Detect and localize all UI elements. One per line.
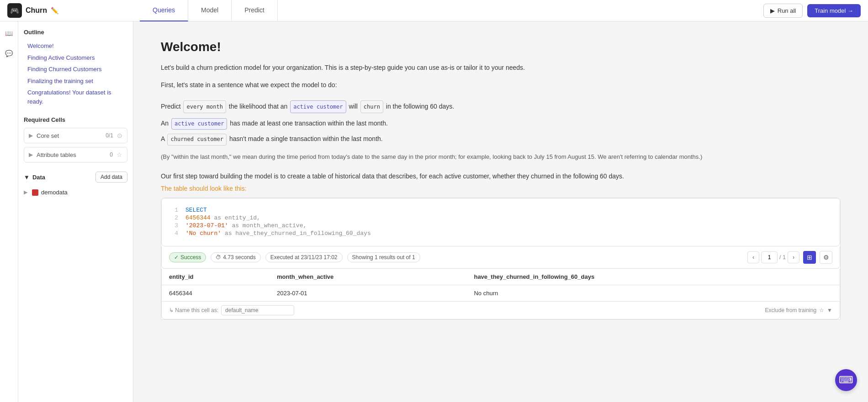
- code-line-4: 4 'No churn' as have_they_churned_in_fol…: [171, 230, 831, 237]
- line-num-2: 2: [171, 214, 178, 221]
- cell-name-area: ↳ Name this cell as:: [169, 305, 294, 315]
- grid-view-button[interactable]: ⊞: [803, 251, 816, 264]
- tab-predict[interactable]: Predict: [232, 0, 278, 21]
- demodata-label: demodata: [41, 189, 68, 196]
- pagination-area: ‹ / 1 › ⊞ ⚙: [747, 251, 832, 264]
- results-bar: ✓ Success ⏱ 4.73 seconds Executed at 23/…: [161, 246, 840, 269]
- demodata-item[interactable]: ▶ demodata: [24, 187, 127, 198]
- topbar: 🎮 Churn ✏️ Queries Model Predict ▶ Run a…: [0, 0, 868, 21]
- code-select: SELECT: [185, 207, 207, 214]
- body-layout: 📖 💬 Outline Welcome! Finding Active Cust…: [0, 21, 868, 402]
- attribute-tables-count: 0: [110, 151, 113, 158]
- outline-title: Outline: [24, 29, 127, 36]
- exclude-chevron-icon[interactable]: ▼: [827, 307, 832, 313]
- time-badge: ⏱ 4.73 seconds: [211, 252, 260, 262]
- churned-customer-badge: churned customer: [167, 134, 227, 146]
- success-badge: ✓ Success: [169, 252, 206, 262]
- demodata-icon: [32, 189, 38, 196]
- sidebar-item-congratulations[interactable]: Congratulations! Your dataset is ready.: [24, 87, 127, 107]
- table-body: 6456344 2023-07-01 No churn: [162, 285, 840, 301]
- attribute-tables-label: Attribute tables: [37, 151, 106, 158]
- code-date: '2023-07-01': [185, 222, 228, 229]
- active-customer-definition: An active customer has made at least one…: [161, 118, 841, 130]
- topbar-left: 🎮 Churn ✏️: [7, 3, 140, 18]
- edit-title-icon[interactable]: ✏️: [51, 7, 58, 14]
- core-set-card[interactable]: ▶ Core set 0/1 ⊙: [24, 128, 127, 143]
- app-title: Churn: [26, 6, 47, 15]
- line-num-1: 1: [171, 207, 178, 214]
- run-icon: ▶: [770, 7, 775, 14]
- page-prev-button[interactable]: ‹: [747, 251, 759, 263]
- code-churn-val: 'No churn': [185, 230, 221, 237]
- tab-queries[interactable]: Queries: [140, 0, 188, 21]
- attribute-tables-card[interactable]: ▶ Attribute tables 0 ☆: [24, 147, 127, 162]
- code-churn-alias: as have_they_churned_in_following_60_day…: [225, 230, 371, 237]
- cell-churned: No churn: [466, 285, 840, 301]
- page-input[interactable]: [761, 251, 778, 263]
- col-header-churned: have_they_churned_in_following_60_days: [466, 269, 840, 285]
- demodata-chevron-icon: ▶: [24, 189, 27, 195]
- code-block: 1 SELECT 2 6456344 as entity_id, 3 '2023…: [161, 198, 841, 320]
- settings-view-button[interactable]: ⚙: [820, 251, 832, 264]
- exclude-star-icon[interactable]: ☆: [819, 307, 824, 313]
- attribute-star-icon: ☆: [116, 151, 122, 158]
- fab-button[interactable]: ⌨: [835, 369, 857, 391]
- table-row: 6456344 2023-07-01 No churn: [162, 285, 840, 301]
- main-content: Welcome! Let's build a churn prediction …: [133, 21, 868, 402]
- page-total: 1: [783, 254, 786, 261]
- table-intro-text: The table should look like this:: [161, 185, 841, 192]
- code-content: 1 SELECT 2 6456344 as entity_id, 3 '2023…: [161, 198, 840, 246]
- icon-bar-chat[interactable]: 💬: [3, 47, 16, 60]
- page-separator: /: [779, 254, 781, 261]
- cell-footer: ↳ Name this cell as: Exclude from traini…: [161, 302, 840, 319]
- results-count-badge: Showing 1 results out of 1: [347, 252, 420, 262]
- core-set-star-icon: ⊙: [117, 132, 122, 139]
- code-line-1: 1 SELECT: [171, 207, 831, 214]
- run-all-button[interactable]: ▶ Run all: [763, 4, 803, 18]
- sidebar: Outline Welcome! Finding Active Customer…: [18, 21, 133, 402]
- fab-icon: ⌨: [839, 374, 853, 386]
- icon-bar-book[interactable]: 📖: [3, 27, 16, 40]
- col-header-entity-id: entity_id: [162, 269, 270, 285]
- core-set-count: 0/1: [106, 132, 113, 139]
- active-customer-badge: active customer: [290, 100, 346, 113]
- active-customer-def-badge: active customer: [171, 118, 227, 130]
- code-entity-id: 6456344: [185, 214, 211, 221]
- sidebar-item-finalizing[interactable]: Finalizing the training set: [24, 75, 127, 87]
- check-icon: ✓: [174, 254, 179, 261]
- topbar-actions: ▶ Run all Train model →: [763, 4, 861, 18]
- pagination: ‹ / 1 ›: [747, 251, 799, 263]
- page-next-button[interactable]: ›: [788, 251, 799, 263]
- tab-bar: Queries Model Predict: [140, 0, 278, 21]
- line-num-4: 4: [171, 230, 178, 237]
- cell-month: 2023-07-01: [270, 285, 466, 301]
- line-num-3: 3: [171, 222, 178, 229]
- required-cells-section: Required Cells ▶ Core set 0/1 ⊙ ▶ Attrib…: [24, 116, 127, 162]
- every-month-badge: every month: [183, 100, 226, 113]
- train-model-button[interactable]: Train model →: [807, 4, 861, 17]
- app-icon[interactable]: 🎮: [7, 3, 22, 18]
- data-table-container: entity_id month_when_active have_they_ch…: [161, 269, 840, 302]
- code-date-alias: as month_when_active,: [232, 222, 307, 229]
- code-line-2: 2 6456344 as entity_id,: [171, 214, 831, 221]
- table-header-row: entity_id month_when_active have_they_ch…: [162, 269, 840, 285]
- sidebar-item-welcome[interactable]: Welcome!: [24, 40, 127, 52]
- code-line-3: 3 '2023-07-01' as month_when_active,: [171, 222, 831, 229]
- col-header-month: month_when_active: [270, 269, 466, 285]
- required-cells-title: Required Cells: [24, 116, 127, 123]
- data-section: ▼ Data Add data ▶ demodata: [24, 172, 127, 198]
- add-data-button[interactable]: Add data: [95, 172, 127, 183]
- tab-model[interactable]: Model: [188, 0, 232, 21]
- cell-entity-id: 6456344: [162, 285, 270, 301]
- cell-name-input[interactable]: [221, 305, 294, 315]
- intro-paragraph-1: Let's build a churn prediction model for…: [161, 63, 841, 73]
- results-table: entity_id month_when_active have_they_ch…: [162, 269, 840, 301]
- churned-customer-definition: A churned customer hasn't made a single …: [161, 133, 841, 146]
- sidebar-item-finding-active[interactable]: Finding Active Customers: [24, 52, 127, 64]
- executed-badge: Executed at 23/11/23 17:02: [265, 252, 343, 262]
- calendar-note: (By "within the last month," we mean dur…: [161, 152, 841, 162]
- intro-paragraph-2: First, let's state in a sentence what we…: [161, 80, 841, 91]
- clock-icon: ⏱: [216, 254, 221, 261]
- sidebar-item-finding-churned[interactable]: Finding Churned Customers: [24, 63, 127, 75]
- welcome-title: Welcome!: [161, 40, 841, 54]
